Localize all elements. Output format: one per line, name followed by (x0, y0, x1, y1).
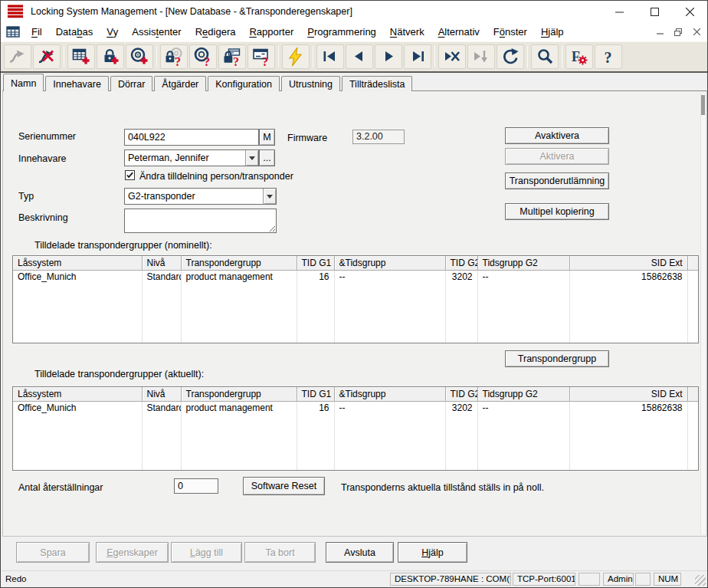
menu-redigera[interactable]: Redigera (188, 22, 243, 41)
help-button[interactable]: ? (595, 44, 622, 69)
maximize-button[interactable] (637, 1, 672, 22)
table-cell (297, 440, 334, 453)
read-transponder-button[interactable]: ? (189, 44, 217, 69)
refresh-button[interactable] (497, 44, 524, 69)
owner-select[interactable]: Peterman, Jennifer (124, 149, 259, 166)
mdi-close-button[interactable] (690, 27, 703, 38)
menu-alternativ[interactable]: Alternativ (431, 22, 487, 41)
column-header[interactable]: Låssystem (13, 387, 142, 401)
column-header[interactable]: Nivå (142, 387, 181, 401)
table-cell (181, 466, 297, 471)
logout-button[interactable] (33, 44, 61, 69)
menu-hjälp[interactable]: Hjälp (534, 22, 571, 41)
mdi-minimize-button[interactable] (654, 27, 666, 38)
column-header[interactable]: Nivå (142, 256, 181, 270)
change-assignment-checkbox[interactable] (125, 170, 135, 180)
first-record-button[interactable] (316, 44, 344, 69)
column-header[interactable]: Låssystem (13, 256, 142, 270)
menu-assistenter[interactable]: Assistenter (125, 22, 188, 41)
help-dialog-button[interactable]: Hjälp (398, 542, 467, 563)
close-button[interactable] (672, 1, 707, 22)
software-reset-button[interactable]: Software Reset (243, 477, 325, 495)
description-input[interactable] (124, 209, 277, 233)
column-header[interactable]: Tidsgrupp G2 (477, 256, 569, 270)
mdi-restore-button[interactable] (672, 27, 684, 38)
column-header[interactable]: &Tidsgrupp (334, 387, 445, 401)
column-header[interactable]: TID G1 (297, 256, 334, 270)
column-header[interactable]: SID Ext (569, 387, 687, 401)
column-header[interactable]: Transpondergrupp (181, 387, 297, 401)
column-header[interactable] (687, 387, 698, 401)
table-cell (297, 283, 334, 296)
serial-number-input[interactable] (124, 129, 259, 146)
vertical-scrollbar[interactable] (700, 94, 705, 534)
chevron-down-icon[interactable] (245, 150, 258, 166)
chevron-down-icon[interactable] (263, 189, 276, 204)
menu-rapporter[interactable]: Rapporter (242, 22, 300, 41)
column-header[interactable]: Tidsgrupp G2 (477, 387, 569, 401)
table-cell (142, 427, 181, 440)
close-dialog-button[interactable]: Avsluta (326, 542, 394, 563)
tab-dörrar[interactable]: Dörrar (110, 76, 152, 91)
next-record-button[interactable] (375, 44, 402, 69)
column-header[interactable]: SID Ext (569, 256, 687, 270)
new-transponder-button[interactable] (126, 44, 153, 69)
tab-innehavare[interactable]: Innehavare (45, 76, 109, 91)
search-button[interactable] (531, 44, 559, 69)
bottom-button-bar: SparaEgenskaperLägg tillTa bortAvslutaHj… (1, 541, 707, 572)
svg-text:?: ? (262, 55, 268, 67)
nominal-groups-table[interactable]: LåssystemNivåTranspondergruppTID G1&Tids… (12, 255, 699, 343)
minimize-button[interactable] (601, 1, 637, 22)
menu-nätverk[interactable]: Nätverk (383, 22, 431, 41)
program-button[interactable] (282, 44, 310, 69)
menu-fil[interactable]: Fil (25, 22, 49, 41)
menu-vy[interactable]: Vy (100, 22, 125, 41)
new-lock-button[interactable] (97, 44, 124, 69)
read-window-button[interactable]: ? (247, 44, 275, 69)
table-cell (181, 440, 297, 453)
tab-konfiguration[interactable]: Konfiguration (208, 76, 280, 91)
actual-groups-table[interactable]: LåssystemNivåTranspondergruppTID G1&Tids… (12, 386, 699, 471)
filter-settings-button[interactable]: F (565, 44, 593, 69)
tab-utrustning[interactable]: Utrustning (281, 76, 340, 91)
last-record-button[interactable] (404, 44, 431, 69)
browse-owner-button[interactable]: ... (259, 149, 275, 166)
reset-count-input[interactable] (174, 478, 218, 494)
transponder-group-button[interactable]: Transpondergrupp (505, 350, 609, 367)
delete-record-button[interactable] (438, 44, 466, 69)
read-lock-button[interactable]: ? (160, 44, 188, 69)
column-header[interactable]: Transpondergrupp (181, 256, 297, 270)
table-cell (297, 322, 334, 335)
table-row[interactable]: Office_MunichStandardproduct management1… (13, 270, 698, 283)
new-locking-system-button[interactable] (67, 44, 95, 69)
read-lock-net-button[interactable]: ? (218, 44, 246, 69)
menu-bar: FilDatabasVyAssistenterRedigeraRapporter… (1, 22, 707, 41)
table-cell (181, 427, 297, 440)
column-header[interactable]: &Tidsgrupp (334, 256, 445, 270)
search-icon (535, 47, 555, 67)
deactivate-button[interactable]: Avaktivera (505, 127, 609, 144)
column-header[interactable] (687, 256, 698, 270)
type-select[interactable]: G2-transponder (124, 188, 277, 205)
previous-record-button[interactable] (346, 44, 373, 69)
transponder-handout-button[interactable]: Transponderutlämning (505, 172, 609, 189)
menu-databas[interactable]: Databas (49, 22, 100, 41)
menu-fönster[interactable]: Fönster (487, 22, 534, 41)
toolbar-separator (313, 46, 313, 67)
tab-åtgärder[interactable]: Åtgärder (154, 76, 206, 91)
table-cell (334, 427, 445, 440)
svg-text:F: F (572, 49, 580, 64)
multiple-copy-button[interactable]: Multipel kopiering (505, 203, 609, 220)
menu-programmering[interactable]: Programmering (300, 22, 383, 41)
column-header[interactable]: TID G2 (445, 387, 477, 401)
scrollbar-thumb[interactable] (701, 95, 705, 115)
tab-namn[interactable]: Namn (3, 74, 44, 91)
tab-tillträdeslista[interactable]: Tillträdeslista (342, 76, 412, 91)
column-header[interactable]: TID G2 (445, 256, 477, 270)
firmware-value: 3.2.00 (352, 130, 405, 144)
table-row[interactable]: Office_MunichStandardproduct management1… (13, 401, 698, 414)
toolbar-separator (156, 46, 157, 67)
resize-grip[interactable] (695, 575, 706, 586)
m-button[interactable]: M (259, 129, 275, 146)
column-header[interactable]: TID G1 (297, 387, 334, 401)
